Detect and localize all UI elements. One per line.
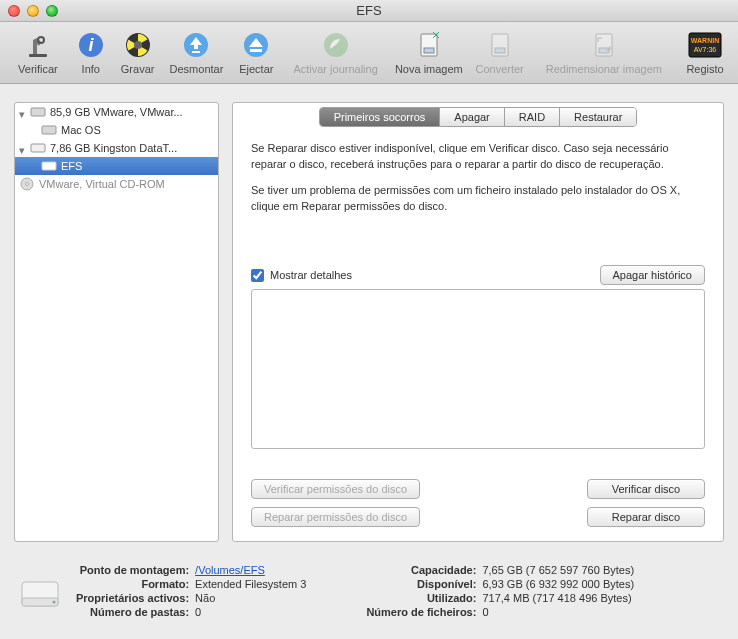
repair-disk-button[interactable]: Reparar disco bbox=[587, 507, 705, 527]
journaling-icon bbox=[322, 28, 350, 62]
svg-rect-24 bbox=[31, 144, 45, 152]
log-icon: WARNINAV7:36 bbox=[688, 28, 722, 62]
volume-large-icon bbox=[14, 568, 66, 620]
burn-icon bbox=[124, 28, 152, 62]
log-output[interactable] bbox=[251, 289, 705, 449]
show-details-input[interactable] bbox=[251, 269, 264, 282]
window-title: EFS bbox=[0, 3, 738, 18]
svg-point-27 bbox=[26, 183, 29, 186]
svg-rect-16 bbox=[495, 48, 505, 53]
tab-bar: Primeiros socorros Apagar RAID Restaurar bbox=[233, 107, 723, 127]
svg-rect-22 bbox=[31, 108, 45, 116]
sidebar-disk-vmware[interactable]: ▾ 85,9 GB VMware, VMwar... bbox=[15, 103, 218, 121]
enable-journaling-button: Activar journaling bbox=[283, 26, 388, 75]
svg-point-14 bbox=[435, 34, 437, 36]
svg-rect-25 bbox=[42, 162, 56, 170]
svg-rect-23 bbox=[42, 126, 56, 134]
mount-point-link[interactable]: /Volumes/EFS bbox=[195, 564, 265, 576]
burn-button[interactable]: Gravar bbox=[114, 26, 162, 75]
eject-icon bbox=[242, 28, 270, 62]
verify-button[interactable]: Verificar bbox=[8, 26, 68, 75]
svg-rect-0 bbox=[29, 54, 47, 57]
sidebar-disk-kingston[interactable]: ▾ 7,86 GB Kingston DataT... bbox=[15, 139, 218, 157]
titlebar: EFS bbox=[0, 0, 738, 22]
disclosure-triangle-icon[interactable]: ▾ bbox=[19, 108, 28, 117]
window-controls bbox=[0, 5, 58, 17]
unmount-button[interactable]: Desmontar bbox=[164, 26, 230, 75]
sidebar-volume-macos[interactable]: Mac OS bbox=[15, 121, 218, 139]
svg-point-11 bbox=[324, 33, 348, 57]
repair-permissions-button: Reparar permissões do disco bbox=[251, 507, 420, 527]
verify-permissions-button: Verificar permissões do disco bbox=[251, 479, 420, 499]
convert-button: Converter bbox=[470, 26, 530, 75]
sidebar-volume-efs[interactable]: EFS bbox=[15, 157, 218, 175]
tab-first-aid[interactable]: Primeiros socorros bbox=[320, 108, 440, 126]
svg-text:AV7:36: AV7:36 bbox=[694, 46, 717, 53]
clear-history-button[interactable]: Apagar histórico bbox=[600, 265, 706, 285]
disclosure-triangle-icon[interactable]: ▾ bbox=[19, 144, 28, 153]
new-image-button[interactable]: Nova imagem bbox=[390, 26, 468, 75]
microscope-icon bbox=[23, 28, 53, 62]
svg-point-30 bbox=[53, 601, 56, 604]
verify-disk-button[interactable]: Verificar disco bbox=[587, 479, 705, 499]
new-image-icon bbox=[415, 28, 443, 62]
resize-icon bbox=[590, 28, 618, 62]
external-disk-icon bbox=[30, 142, 46, 154]
info-button[interactable]: i Info bbox=[70, 26, 112, 75]
convert-icon bbox=[486, 28, 514, 62]
toolbar: Verificar i Info Gravar Desmontar Ejecta… bbox=[0, 22, 738, 84]
cd-icon bbox=[19, 178, 35, 190]
svg-rect-10 bbox=[250, 49, 262, 52]
resize-image-button: Redimensionar imagem bbox=[532, 26, 677, 75]
external-disk-icon bbox=[41, 160, 57, 172]
tab-raid[interactable]: RAID bbox=[504, 108, 559, 126]
svg-text:WARNIN: WARNIN bbox=[691, 37, 719, 44]
svg-rect-13 bbox=[424, 48, 434, 53]
svg-rect-8 bbox=[192, 51, 200, 53]
log-button[interactable]: WARNINAV7:36 Registo bbox=[680, 26, 730, 75]
zoom-icon[interactable] bbox=[46, 5, 58, 17]
unmount-icon bbox=[182, 28, 210, 62]
svg-point-1 bbox=[38, 37, 44, 43]
svg-point-6 bbox=[134, 41, 142, 49]
sidebar-cdrom[interactable]: VMware, Virtual CD-ROM bbox=[15, 175, 218, 193]
first-aid-description: Se Reparar disco estiver indisponível, c… bbox=[233, 127, 723, 215]
info-icon: i bbox=[77, 28, 105, 62]
hdd-icon bbox=[30, 106, 46, 118]
hdd-icon bbox=[41, 124, 57, 136]
close-icon[interactable] bbox=[8, 5, 20, 17]
tab-erase[interactable]: Apagar bbox=[439, 108, 503, 126]
eject-button[interactable]: Ejectar bbox=[231, 26, 281, 75]
minimize-icon[interactable] bbox=[27, 5, 39, 17]
show-details-checkbox[interactable]: Mostrar detalhes bbox=[251, 269, 352, 282]
main-panel: Primeiros socorros Apagar RAID Restaurar… bbox=[232, 102, 724, 542]
tab-restore[interactable]: Restaurar bbox=[559, 108, 636, 126]
volume-info: Ponto de montagem: /Volumes/EFS Formato:… bbox=[14, 554, 724, 627]
device-sidebar: ▾ 85,9 GB VMware, VMwar... Mac OS ▾ 7,86… bbox=[14, 102, 219, 542]
